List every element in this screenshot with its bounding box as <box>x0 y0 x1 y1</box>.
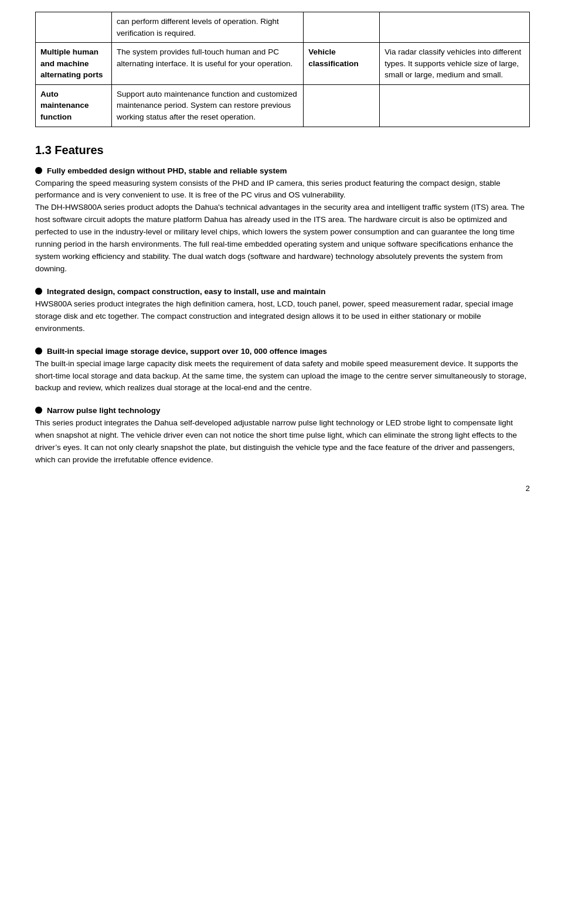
table-cell-right-label-0 <box>304 12 380 43</box>
bullet-label-2: Integrated design, compact construction,… <box>47 287 326 296</box>
table-cell-label-0 <box>36 12 112 43</box>
bullet-dot-2 <box>35 288 42 295</box>
table-cell-right-desc-1: Via radar classify vehicles into differe… <box>380 43 530 85</box>
section-heading: 1.3 Features <box>35 144 530 157</box>
features-table: can perform different levels of operatio… <box>35 12 530 127</box>
bullet-label-1: Fully embedded design without PHD, stabl… <box>47 166 287 175</box>
bullet-dot-3 <box>35 347 42 354</box>
bullet-title-2: Integrated design, compact construction,… <box>35 287 530 296</box>
bullet-section-3: Built-in special image storage device, s… <box>35 347 530 395</box>
bullet-section-1: Fully embedded design without PHD, stabl… <box>35 166 530 275</box>
bullet-dot-4 <box>35 407 42 414</box>
table-cell-label-1: Multiple human and machine alternating p… <box>36 43 112 85</box>
bullet-label-4: Narrow pulse light technology <box>47 406 161 415</box>
table-row: Auto maintenance function Support auto m… <box>36 84 530 127</box>
bullet-title-3: Built-in special image storage device, s… <box>35 347 530 356</box>
bullet-body-3: The built-in special image large capacit… <box>35 358 530 395</box>
table-cell-right-desc-2 <box>380 84 530 127</box>
bullet-para-2: The DH-HWS800A series product adopts the… <box>35 202 530 275</box>
table-row: Multiple human and machine alternating p… <box>36 43 530 85</box>
bullet-title-4: Narrow pulse light technology <box>35 406 530 415</box>
table-cell-desc-1: The system provides full-touch human and… <box>112 43 304 85</box>
bullet-dot-1 <box>35 167 42 174</box>
bullet-body-4: This series product integrates the Dahua… <box>35 417 530 466</box>
page-number: 2 <box>35 484 530 493</box>
bullet-title-1: Fully embedded design without PHD, stabl… <box>35 166 530 175</box>
table-row: can perform different levels of operatio… <box>36 12 530 43</box>
bullet-para-1: Comparing the speed measuring system con… <box>35 178 530 202</box>
table-cell-label-2: Auto maintenance function <box>36 84 112 127</box>
table-cell-desc-0: can perform different levels of operatio… <box>112 12 304 43</box>
table-cell-desc-2: Support auto maintenance function and cu… <box>112 84 304 127</box>
table-cell-right-label-2 <box>304 84 380 127</box>
bullet-body-1: Comparing the speed measuring system con… <box>35 178 530 275</box>
bullet-section-4: Narrow pulse light technology This serie… <box>35 406 530 466</box>
bullet-section-2: Integrated design, compact construction,… <box>35 287 530 335</box>
table-cell-right-label-1: Vehicle classification <box>304 43 380 85</box>
table-cell-right-desc-0 <box>380 12 530 43</box>
bullet-label-3: Built-in special image storage device, s… <box>47 347 327 356</box>
bullet-body-2: HWS800A series product integrates the hi… <box>35 298 530 335</box>
